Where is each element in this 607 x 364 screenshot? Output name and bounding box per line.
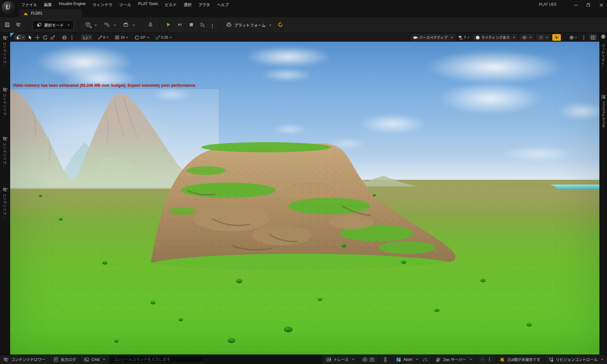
menu-help[interactable]: ヘルプ — [213, 0, 232, 9]
actor-snap-value: 0 — [103, 35, 105, 39]
content-drawer-button[interactable]: コンテンツドロワー — [0, 355, 49, 364]
vertical-dots-icon — [583, 37, 584, 38]
revision-control-dropdown[interactable]: リビジョンコントロール — [545, 355, 607, 364]
realtime-toggle[interactable] — [552, 34, 561, 41]
menu-select[interactable]: 選択 — [180, 0, 195, 9]
scale-tool-button[interactable] — [49, 34, 56, 40]
chevron-down-icon — [575, 37, 577, 39]
video-memory-warning: Video memory has been exhausted (93.246 … — [13, 83, 196, 88]
build-status-spinner[interactable] — [276, 21, 285, 29]
trace-dropdown[interactable]: トレース — [322, 355, 358, 364]
restore-button[interactable] — [582, 0, 594, 9]
revision-control-label: リビジョンコントロール — [556, 357, 598, 362]
console-command-input[interactable] — [110, 356, 205, 363]
viewport-settings-dropdown[interactable] — [568, 34, 578, 40]
play-options-button[interactable] — [210, 22, 215, 28]
cinematics-dropdown[interactable] — [121, 20, 137, 30]
tab-fld01[interactable]: FLD01 — [19, 9, 82, 17]
unsaved-warning-icon — [500, 357, 505, 362]
viewport-select-mode-dropdown[interactable] — [15, 34, 26, 40]
menu-file[interactable]: ファイル — [18, 0, 40, 9]
unreal-logo[interactable]: U — [2, 1, 14, 13]
menu-tools[interactable]: ツール — [116, 0, 135, 9]
viewport-focus-triangle — [10, 33, 14, 37]
dock-tab-label: コンテンツブ... — [3, 94, 7, 119]
zen-server-dropdown[interactable]: Zen サーバー — [432, 355, 475, 364]
atom-icon — [396, 357, 401, 362]
trace-pause-button[interactable] — [359, 355, 378, 364]
content-browser-tab-1[interactable]: コンテンツブ... — [0, 35, 10, 67]
lit-sphere-icon — [475, 35, 480, 39]
frame-skip-button[interactable] — [176, 21, 185, 29]
view-mode-dropdown[interactable]: ライティングあり — [473, 34, 518, 41]
chevron-down-icon — [89, 37, 91, 39]
rotate-tool-button[interactable] — [41, 34, 48, 40]
menu-window[interactable]: ウィンドウ — [89, 0, 116, 9]
camera-perspective-dropdown[interactable]: パースペクティブ — [411, 34, 455, 41]
output-log-button[interactable]: 出力ログ — [50, 355, 80, 364]
log-icon — [53, 357, 58, 362]
console-mode-dropdown[interactable]: Cmd — [80, 355, 109, 364]
dock-tab-label: ワールドセッ... — [601, 44, 606, 69]
menu-houdini-engine[interactable]: Houdini Engine — [55, 0, 89, 9]
menu-actor[interactable]: アクタ — [195, 0, 213, 9]
content-browser-tab-3[interactable]: コンテンツブ... — [0, 136, 10, 168]
browse-content-button[interactable] — [15, 21, 23, 29]
foliage-spray-button[interactable] — [146, 21, 155, 29]
rotation-snap-dropdown[interactable]: 10° — [133, 34, 150, 40]
menu-edit[interactable]: 編集 — [40, 0, 55, 9]
actor-snap-dropdown[interactable]: 0 — [96, 34, 110, 40]
menu-plat-tools[interactable]: PLAT Tools — [135, 0, 162, 9]
terrain-graphics — [10, 42, 599, 355]
viewport-scene[interactable]: Video memory has been exhausted (93.246 … — [10, 42, 599, 355]
add-actor-dropdown[interactable] — [83, 20, 99, 30]
vertical-dots-icon — [489, 359, 490, 360]
blueprints-dropdown[interactable] — [102, 20, 118, 30]
chevron-down-icon — [170, 37, 172, 39]
minimize-button[interactable] — [569, 0, 582, 9]
transform-options-button[interactable] — [68, 36, 76, 39]
chevron-down-icon — [269, 25, 271, 27]
insights-grid-button[interactable] — [476, 355, 496, 364]
scale-snap-dropdown[interactable]: 0.25 — [154, 34, 173, 40]
menu-build[interactable]: ビルド — [161, 0, 180, 9]
folder-search-icon — [3, 187, 7, 191]
world-minimap-button[interactable] — [600, 34, 607, 40]
rotation-snap-value: 10° — [140, 35, 145, 39]
viewport-options-button[interactable] — [580, 36, 587, 39]
performance-dropdown[interactable] — [536, 34, 550, 41]
viewport-layout-button[interactable] — [589, 34, 597, 40]
play-button[interactable] — [164, 21, 173, 29]
editor-mode-dropdown[interactable]: 選択モード — [33, 20, 74, 30]
vertical-dots-icon — [212, 26, 213, 27]
editor-mode-label: 選択モード — [44, 22, 64, 28]
world-local-toggle[interactable] — [61, 34, 68, 40]
grid-snap-dropdown[interactable]: 10 — [113, 34, 129, 40]
chevron-down-icon — [103, 359, 105, 361]
output-log-label: 出力ログ — [61, 357, 76, 362]
save-button[interactable] — [3, 21, 12, 29]
atom-dropdown[interactable]: Atom — [392, 355, 432, 364]
surface-snapping-dropdown[interactable] — [81, 34, 92, 40]
stop-button[interactable] — [187, 21, 196, 29]
content-browser-tab-4[interactable]: コンテンツブ... — [0, 187, 10, 219]
world-settings-tab[interactable]: ワールドセッ... — [600, 44, 607, 69]
trace-label: トレース — [334, 357, 348, 362]
unsaved-changes-button[interactable]: 214個が未保存です — [496, 355, 544, 364]
move-tool-button[interactable] — [34, 34, 41, 40]
dock-tab-label: コンテンツブ... — [3, 143, 7, 168]
close-button[interactable] — [594, 0, 607, 9]
launch-button[interactable] — [199, 21, 207, 29]
cursor-cube-icon — [16, 35, 21, 39]
platforms-dropdown[interactable]: プラットフォーム — [224, 20, 274, 30]
show-flags-dropdown[interactable] — [519, 34, 534, 41]
dot-grid-icon — [480, 357, 485, 362]
select-tool-button[interactable] — [26, 34, 33, 40]
world-partition-tab[interactable]: World Partition — [600, 95, 607, 128]
world-partition-icon — [601, 95, 606, 99]
window-title: PLAT UE5 — [539, 2, 556, 7]
task-status-button[interactable] — [379, 355, 392, 364]
viewport[interactable]: 0 10 10° — [10, 33, 599, 355]
camera-speed-dropdown[interactable]: 7 — [457, 34, 471, 40]
content-browser-tab-2[interactable]: コンテンツブ... — [0, 87, 10, 119]
